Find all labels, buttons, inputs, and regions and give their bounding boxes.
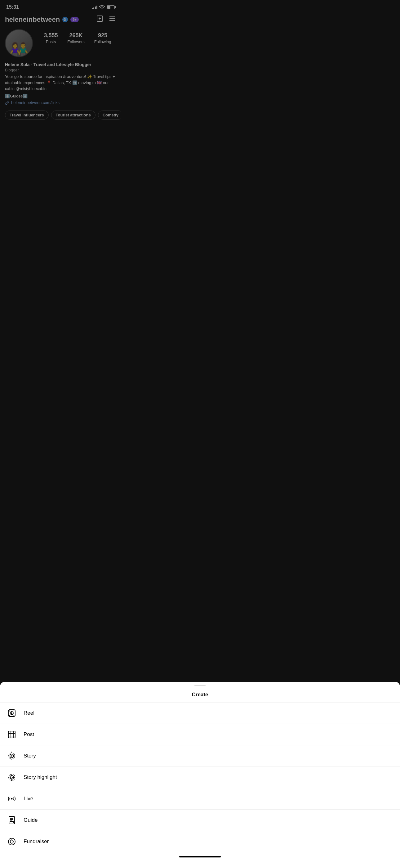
overlay[interactable] bbox=[0, 0, 121, 262]
